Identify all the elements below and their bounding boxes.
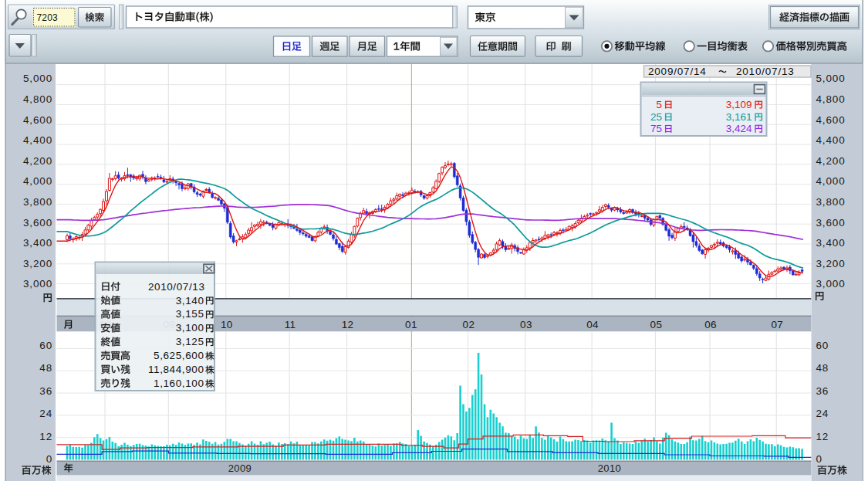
svg-text:24: 24: [39, 408, 52, 419]
svg-text:5: 5: [656, 99, 662, 110]
svg-text:4,800: 4,800: [23, 93, 52, 105]
svg-text:3,600: 3,600: [23, 217, 52, 229]
svg-text:3,125: 3,125: [176, 336, 204, 347]
svg-text:3,400: 3,400: [23, 237, 52, 249]
svg-text:02: 02: [463, 319, 475, 330]
svg-text:3,109: 3,109: [726, 99, 752, 110]
svg-text:25: 25: [650, 111, 662, 123]
svg-text:24: 24: [816, 408, 829, 419]
svg-text:10: 10: [221, 319, 233, 330]
svg-text:4,600: 4,600: [23, 114, 52, 126]
svg-text:2010/07/13: 2010/07/13: [736, 66, 795, 77]
svg-text:1,160,100: 1,160,100: [154, 378, 204, 389]
svg-text:36: 36: [816, 385, 829, 397]
svg-text:3,424: 3,424: [726, 123, 752, 134]
svg-text:3,000: 3,000: [816, 278, 846, 290]
svg-text:48: 48: [39, 362, 52, 374]
svg-text:3,800: 3,800: [816, 196, 846, 208]
svg-text:4,400: 4,400: [23, 134, 52, 146]
svg-text:7203: 7203: [37, 12, 59, 23]
svg-text:07: 07: [771, 319, 783, 330]
svg-text:60: 60: [816, 340, 829, 351]
svg-text:12: 12: [816, 431, 829, 442]
svg-text:11: 11: [285, 319, 296, 330]
svg-text:04: 04: [586, 319, 599, 330]
svg-text:03: 03: [520, 319, 532, 330]
svg-text:2009/07/14: 2009/07/14: [648, 66, 707, 77]
svg-text:4,000: 4,000: [816, 175, 846, 187]
svg-text:3,200: 3,200: [816, 258, 846, 269]
svg-text:4,000: 4,000: [23, 175, 52, 187]
svg-text:3,100: 3,100: [176, 322, 204, 334]
svg-text:3,155: 3,155: [176, 308, 204, 320]
svg-text:2010/07/13: 2010/07/13: [148, 281, 205, 293]
svg-text:48: 48: [816, 362, 829, 374]
svg-text:11,844,900: 11,844,900: [148, 364, 204, 375]
svg-text:4,200: 4,200: [816, 155, 846, 167]
svg-text:2009: 2009: [228, 462, 252, 474]
svg-text:4,600: 4,600: [816, 114, 846, 126]
svg-text:3,161: 3,161: [726, 111, 752, 123]
svg-text:06: 06: [704, 319, 717, 330]
svg-text:0: 0: [816, 453, 822, 465]
svg-text:05: 05: [650, 319, 663, 330]
svg-text:4,800: 4,800: [816, 93, 846, 105]
svg-text:0: 0: [46, 453, 52, 465]
svg-text:3,140: 3,140: [176, 295, 204, 307]
svg-text:5,625,600: 5,625,600: [154, 350, 204, 361]
svg-text:3,800: 3,800: [23, 196, 52, 208]
svg-text:12: 12: [39, 431, 52, 442]
svg-text:60: 60: [39, 340, 52, 351]
svg-text:36: 36: [39, 385, 52, 397]
svg-text:4,400: 4,400: [816, 134, 846, 146]
svg-text:12: 12: [342, 319, 354, 330]
svg-text:5,000: 5,000: [23, 73, 52, 84]
svg-text:3,400: 3,400: [816, 237, 846, 249]
svg-text:3,600: 3,600: [816, 217, 846, 229]
svg-text:3,000: 3,000: [23, 278, 52, 290]
svg-text:01: 01: [405, 319, 417, 330]
svg-text:4,200: 4,200: [23, 155, 52, 167]
svg-text:5,000: 5,000: [816, 73, 846, 84]
svg-text:2010: 2010: [598, 462, 622, 474]
svg-text:3,200: 3,200: [23, 258, 52, 269]
svg-text:75: 75: [650, 123, 662, 134]
